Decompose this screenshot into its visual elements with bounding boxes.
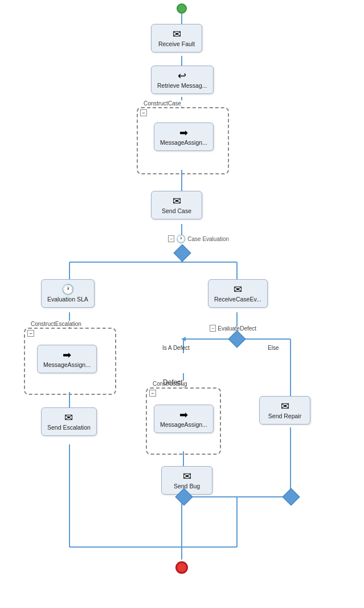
assign-1-icon: ➡ [179, 128, 188, 138]
send-escalation-label: Send Escalation [47, 424, 91, 431]
message-assign-3-node[interactable]: ➡ MessageAssign... [154, 405, 214, 433]
construct-case-scope-label: ConstructCase [142, 100, 182, 107]
scope-collapse-btn[interactable]: − [140, 109, 147, 116]
evaluate-defect-diamond [228, 330, 246, 348]
receive-case-icon: ✉ [234, 284, 242, 295]
defect-label: Defect [163, 378, 183, 386]
fork-diamond [173, 244, 191, 262]
send-bug-label: Send Bug [174, 483, 200, 489]
send-repair-node[interactable]: ✉ Send Repair [259, 396, 310, 425]
assign-2-icon: ➡ [63, 350, 71, 360]
message-assign-1-node[interactable]: ➡ MessageAssign... [154, 123, 214, 151]
retrieve-icon: ↩ [178, 71, 186, 81]
is-defect-branch: Is A Defect [162, 345, 190, 351]
message-assign-2-node[interactable]: ➡ MessageAssign... [37, 345, 97, 373]
else-branch: Else [268, 345, 279, 351]
receive-case-ev-label: ReceiveCaseEv... [214, 296, 261, 303]
receive-case-ev-node[interactable]: ✉ ReceiveCaseEv... [208, 279, 268, 308]
retrieve-message-label: Retrieve Messag... [157, 82, 207, 89]
send-escalation-icon: ✉ [64, 413, 73, 423]
receive-icon: ✉ [173, 29, 181, 39]
retrieve-message-node[interactable]: ↩ Retrieve Messag... [151, 66, 214, 94]
evaluation-sla-label: Evaluation SLA [47, 296, 88, 303]
svg-marker-34 [181, 337, 186, 341]
send-bug-icon: ✉ [183, 471, 191, 481]
send-case-node[interactable]: ✉ Send Case [151, 191, 202, 219]
send-repair-icon: ✉ [281, 401, 289, 411]
evaluation-sla-node[interactable]: 🕐 Evaluation SLA [41, 279, 95, 308]
case-evaluation-label: Case Evaluation [187, 236, 229, 242]
message-assign-3-label: MessageAssign... [160, 421, 207, 428]
case-evaluation-scope: − 🕐 Case Evaluation [168, 234, 229, 243]
case-eval-collapse[interactable]: − [168, 235, 174, 242]
merge-right-diamond [282, 488, 300, 505]
start-node [177, 3, 187, 14]
evaluate-defect-scope: − EvaluateDefect [210, 325, 256, 332]
escalation-scope-collapse[interactable]: − [27, 330, 34, 337]
send-escalation-node[interactable]: ✉ Send Escalation [41, 407, 97, 436]
send-case-label: Send Case [162, 207, 191, 214]
receive-fault-label: Receive Fault [158, 40, 195, 47]
receive-fault-node[interactable]: ✉ Receive Fault [151, 24, 202, 52]
send-repair-label: Send Repair [268, 413, 301, 419]
eval-sla-icon: 🕐 [62, 284, 74, 295]
message-assign-1-label: MessageAssign... [160, 139, 207, 146]
construct-escalation-label: ConstructEscalation [30, 321, 83, 327]
assign-3-icon: ➡ [179, 410, 188, 420]
case-eval-icon: 🕐 [176, 234, 186, 243]
send-case-icon: ✉ [173, 196, 181, 206]
end-node [175, 561, 188, 574]
evaluate-defect-collapse[interactable]: − [210, 325, 216, 332]
bug-scope-collapse[interactable]: − [149, 390, 156, 397]
message-assign-2-label: MessageAssign... [43, 361, 91, 368]
